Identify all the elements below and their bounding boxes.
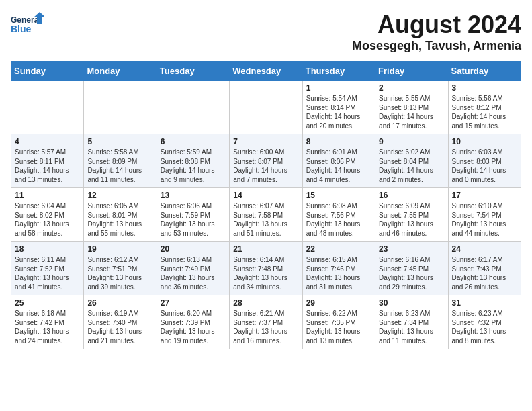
week-row-2: 4Sunrise: 5:57 AM Sunset: 8:11 PM Daylig… bbox=[11, 134, 521, 188]
day-cell-29: 29Sunrise: 6:22 AM Sunset: 7:35 PM Dayli… bbox=[302, 295, 375, 349]
day-cell-20: 20Sunrise: 6:13 AM Sunset: 7:49 PM Dayli… bbox=[157, 242, 229, 295]
day-number-26: 26 bbox=[87, 298, 152, 308]
day-number-5: 5 bbox=[87, 137, 152, 146]
day-number-31: 31 bbox=[452, 298, 517, 308]
week-row-3: 11Sunrise: 6:04 AM Sunset: 8:02 PM Dayli… bbox=[11, 188, 521, 242]
day-content-18: Sunrise: 6:11 AM Sunset: 7:52 PM Dayligh… bbox=[15, 255, 80, 291]
calendar-table: SundayMondayTuesdayWednesdayThursdayFrid… bbox=[11, 61, 521, 349]
day-cell-1: 1Sunrise: 5:54 AM Sunset: 8:14 PM Daylig… bbox=[302, 81, 375, 134]
day-content-7: Sunrise: 6:00 AM Sunset: 8:07 PM Dayligh… bbox=[233, 148, 298, 184]
header-thursday: Thursday bbox=[302, 62, 375, 81]
day-content-13: Sunrise: 6:06 AM Sunset: 7:59 PM Dayligh… bbox=[161, 201, 226, 238]
day-cell-3: 3Sunrise: 5:56 AM Sunset: 8:12 PM Daylig… bbox=[448, 81, 521, 134]
day-content-24: Sunrise: 6:17 AM Sunset: 7:43 PM Dayligh… bbox=[452, 255, 517, 291]
day-content-23: Sunrise: 6:16 AM Sunset: 7:45 PM Dayligh… bbox=[379, 255, 444, 291]
empty-cell bbox=[11, 81, 84, 134]
day-cell-26: 26Sunrise: 6:19 AM Sunset: 7:40 PM Dayli… bbox=[84, 295, 157, 349]
day-number-30: 30 bbox=[379, 298, 444, 308]
day-cell-12: 12Sunrise: 6:05 AM Sunset: 8:01 PM Dayli… bbox=[84, 188, 157, 242]
day-cell-9: 9Sunrise: 6:02 AM Sunset: 8:04 PM Daylig… bbox=[375, 134, 448, 188]
day-number-6: 6 bbox=[161, 137, 226, 146]
header-wednesday: Wednesday bbox=[230, 62, 302, 81]
day-cell-16: 16Sunrise: 6:09 AM Sunset: 7:55 PM Dayli… bbox=[375, 188, 448, 242]
empty-cell bbox=[230, 81, 302, 134]
header-saturday: Saturday bbox=[448, 62, 521, 81]
day-cell-24: 24Sunrise: 6:17 AM Sunset: 7:43 PM Dayli… bbox=[448, 242, 521, 295]
day-number-16: 16 bbox=[379, 191, 444, 200]
day-number-22: 22 bbox=[306, 244, 371, 254]
day-content-16: Sunrise: 6:09 AM Sunset: 7:55 PM Dayligh… bbox=[379, 201, 444, 238]
day-number-19: 19 bbox=[87, 244, 152, 254]
header-tuesday: Tuesday bbox=[157, 62, 229, 81]
day-cell-10: 10Sunrise: 6:03 AM Sunset: 8:03 PM Dayli… bbox=[448, 134, 521, 188]
day-content-28: Sunrise: 6:21 AM Sunset: 7:37 PM Dayligh… bbox=[233, 309, 298, 345]
empty-cell bbox=[157, 81, 229, 134]
day-content-8: Sunrise: 6:01 AM Sunset: 8:06 PM Dayligh… bbox=[306, 148, 371, 184]
day-number-2: 2 bbox=[379, 83, 444, 93]
day-content-14: Sunrise: 6:07 AM Sunset: 7:58 PM Dayligh… bbox=[233, 201, 298, 238]
header-row: SundayMondayTuesdayWednesdayThursdayFrid… bbox=[11, 62, 521, 81]
day-number-14: 14 bbox=[233, 191, 298, 200]
day-content-10: Sunrise: 6:03 AM Sunset: 8:03 PM Dayligh… bbox=[452, 148, 517, 184]
day-number-13: 13 bbox=[161, 191, 226, 200]
day-cell-7: 7Sunrise: 6:00 AM Sunset: 8:07 PM Daylig… bbox=[230, 134, 302, 188]
day-cell-23: 23Sunrise: 6:16 AM Sunset: 7:45 PM Dayli… bbox=[375, 242, 448, 295]
day-number-25: 25 bbox=[15, 298, 80, 308]
day-number-4: 4 bbox=[15, 137, 80, 146]
day-number-9: 9 bbox=[379, 137, 444, 146]
day-number-27: 27 bbox=[161, 298, 226, 308]
day-content-19: Sunrise: 6:12 AM Sunset: 7:51 PM Dayligh… bbox=[87, 255, 152, 291]
header-monday: Monday bbox=[84, 62, 157, 81]
day-cell-6: 6Sunrise: 5:59 AM Sunset: 8:08 PM Daylig… bbox=[157, 134, 229, 188]
day-number-7: 7 bbox=[233, 137, 298, 146]
week-row-4: 18Sunrise: 6:11 AM Sunset: 7:52 PM Dayli… bbox=[11, 242, 521, 295]
day-cell-27: 27Sunrise: 6:20 AM Sunset: 7:39 PM Dayli… bbox=[157, 295, 229, 349]
week-row-1: 1Sunrise: 5:54 AM Sunset: 8:14 PM Daylig… bbox=[11, 81, 521, 134]
day-number-12: 12 bbox=[87, 191, 152, 200]
day-number-23: 23 bbox=[379, 244, 444, 254]
day-cell-2: 2Sunrise: 5:55 AM Sunset: 8:13 PM Daylig… bbox=[375, 81, 448, 134]
logo-svg: General Blue bbox=[11, 11, 44, 41]
page-header: General Blue August 2024 Mosesgegh, Tavu… bbox=[11, 11, 521, 53]
day-cell-28: 28Sunrise: 6:21 AM Sunset: 7:37 PM Dayli… bbox=[230, 295, 302, 349]
day-content-31: Sunrise: 6:23 AM Sunset: 7:32 PM Dayligh… bbox=[452, 309, 517, 345]
day-number-24: 24 bbox=[452, 244, 517, 254]
day-number-8: 8 bbox=[306, 137, 371, 146]
empty-cell bbox=[84, 81, 157, 134]
day-cell-25: 25Sunrise: 6:18 AM Sunset: 7:42 PM Dayli… bbox=[11, 295, 84, 349]
day-content-11: Sunrise: 6:04 AM Sunset: 8:02 PM Dayligh… bbox=[15, 201, 80, 238]
week-row-5: 25Sunrise: 6:18 AM Sunset: 7:42 PM Dayli… bbox=[11, 295, 521, 349]
day-content-6: Sunrise: 5:59 AM Sunset: 8:08 PM Dayligh… bbox=[161, 148, 226, 184]
day-content-22: Sunrise: 6:15 AM Sunset: 7:46 PM Dayligh… bbox=[306, 255, 371, 291]
day-content-20: Sunrise: 6:13 AM Sunset: 7:49 PM Dayligh… bbox=[161, 255, 226, 291]
header-friday: Friday bbox=[375, 62, 448, 81]
day-number-17: 17 bbox=[452, 191, 517, 200]
day-number-15: 15 bbox=[306, 191, 371, 200]
day-content-27: Sunrise: 6:20 AM Sunset: 7:39 PM Dayligh… bbox=[161, 309, 226, 345]
day-content-3: Sunrise: 5:56 AM Sunset: 8:12 PM Dayligh… bbox=[452, 94, 517, 130]
day-content-15: Sunrise: 6:08 AM Sunset: 7:56 PM Dayligh… bbox=[306, 201, 371, 238]
location-title: Mosesgegh, Tavush, Armenia bbox=[352, 39, 521, 53]
day-content-12: Sunrise: 6:05 AM Sunset: 8:01 PM Dayligh… bbox=[87, 201, 152, 238]
day-cell-5: 5Sunrise: 5:58 AM Sunset: 8:09 PM Daylig… bbox=[84, 134, 157, 188]
day-cell-13: 13Sunrise: 6:06 AM Sunset: 7:59 PM Dayli… bbox=[157, 188, 229, 242]
day-cell-15: 15Sunrise: 6:08 AM Sunset: 7:56 PM Dayli… bbox=[302, 188, 375, 242]
day-content-1: Sunrise: 5:54 AM Sunset: 8:14 PM Dayligh… bbox=[306, 94, 371, 130]
day-number-21: 21 bbox=[233, 244, 298, 254]
day-content-29: Sunrise: 6:22 AM Sunset: 7:35 PM Dayligh… bbox=[306, 309, 371, 345]
day-cell-11: 11Sunrise: 6:04 AM Sunset: 8:02 PM Dayli… bbox=[11, 188, 84, 242]
logo: General Blue bbox=[11, 11, 44, 41]
day-cell-4: 4Sunrise: 5:57 AM Sunset: 8:11 PM Daylig… bbox=[11, 134, 84, 188]
day-content-2: Sunrise: 5:55 AM Sunset: 8:13 PM Dayligh… bbox=[379, 94, 444, 130]
header-sunday: Sunday bbox=[11, 62, 84, 81]
day-number-20: 20 bbox=[161, 244, 226, 254]
day-cell-30: 30Sunrise: 6:23 AM Sunset: 7:34 PM Dayli… bbox=[375, 295, 448, 349]
day-number-11: 11 bbox=[15, 191, 80, 200]
title-block: August 2024 Mosesgegh, Tavush, Armenia bbox=[352, 11, 521, 53]
day-content-5: Sunrise: 5:58 AM Sunset: 8:09 PM Dayligh… bbox=[87, 148, 152, 184]
day-cell-17: 17Sunrise: 6:10 AM Sunset: 7:54 PM Dayli… bbox=[448, 188, 521, 242]
day-content-21: Sunrise: 6:14 AM Sunset: 7:48 PM Dayligh… bbox=[233, 255, 298, 291]
day-number-1: 1 bbox=[306, 83, 371, 93]
day-cell-14: 14Sunrise: 6:07 AM Sunset: 7:58 PM Dayli… bbox=[230, 188, 302, 242]
day-number-3: 3 bbox=[452, 83, 517, 93]
